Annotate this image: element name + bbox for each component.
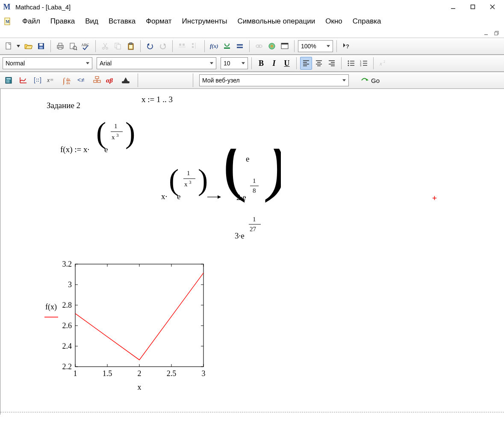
graph-toolbar-button[interactable] [17,74,29,87]
fx-definition-region[interactable]: f(x) := x· ( ) e 1 x 3 [60,119,146,168]
font-size-value: 10 [224,60,230,67]
svg-rect-35 [192,43,194,45]
bold-button[interactable]: B [255,57,267,70]
calculator-toolbar-button[interactable] [3,74,15,87]
font-select[interactable]: Arial [97,57,216,69]
separator-icon [251,57,252,69]
hyperlink-button[interactable] [253,40,265,53]
svg-rect-32 [179,44,181,46]
plot-chart: 11.522.532.22.42.62.833.2xf(x) [41,260,212,392]
svg-text:∫: ∫ [63,76,65,85]
menu-insert[interactable]: Вставка [103,15,141,27]
align-left-button[interactable] [300,57,312,70]
open-button[interactable] [22,40,34,53]
greek-toolbar-button[interactable]: αβ [105,74,117,87]
minimize-button[interactable] [443,0,463,13]
svg-text:1: 1 [253,177,256,184]
insert-function-button[interactable]: f(x) [208,40,220,53]
plot-region[interactable]: 11.522.532.22.42.62.833.2xf(x) [41,260,212,392]
svg-rect-47 [281,43,288,44]
numbered-list-button[interactable]: 123 [358,57,370,70]
separator-icon [95,40,96,52]
italic-button[interactable]: I [268,57,280,70]
symbolic-toolbar-button[interactable] [120,74,132,87]
menu-window[interactable]: Окно [320,15,348,27]
redo-button[interactable] [157,40,169,53]
mdi-controls [0,29,504,38]
x-range-region[interactable]: x := 1 .. 3 [141,95,173,104]
svg-text:f(x): f(x) [45,303,57,312]
calculate-button[interactable] [234,40,246,53]
menu-symbolics[interactable]: Символьные операции [233,15,321,27]
svg-text:f(x) := x·: f(x) := x· [60,145,89,154]
bullet-list-button[interactable] [345,57,357,70]
svg-text:2.4: 2.4 [62,342,72,350]
menu-file[interactable]: Файл [17,15,45,27]
menu-view[interactable]: Вид [80,15,103,27]
undo-button[interactable] [144,40,156,53]
superscript-button[interactable]: x2 [377,57,389,70]
menu-help[interactable]: Справка [348,15,386,27]
style-value: Normal [6,60,25,67]
evaluation-toolbar-button[interactable]: x= [46,74,59,87]
svg-text:αβ: αβ [106,77,113,84]
svg-text:M: M [6,19,10,24]
boolean-toolbar-button[interactable]: <≠ [76,74,88,87]
style-select[interactable]: Normal [3,57,92,69]
align-down-button[interactable] [189,40,201,53]
svg-text:1: 1 [74,369,77,378]
svg-text:2·e: 2·e [236,193,246,202]
matrix-toolbar-button[interactable]: [] [32,74,44,87]
component-button[interactable] [266,40,278,53]
menu-edit[interactable]: Правка [45,15,80,27]
underline-button[interactable]: U [281,57,293,70]
paste-button[interactable] [125,40,137,53]
svg-rect-131 [75,264,203,367]
svg-text:(: ( [169,163,179,196]
save-button[interactable] [35,40,47,53]
align-regions-button[interactable] [176,40,188,53]
app-icon: M [2,2,12,12]
zoom-select[interactable]: 100% [298,40,333,52]
calculus-toolbar-button[interactable]: ∫dydx [62,74,74,87]
new-dropdown-button[interactable] [15,40,21,53]
go-label: Go [371,77,380,84]
svg-rect-12 [39,44,43,46]
programming-toolbar-button[interactable] [91,74,103,87]
fullscreen-button[interactable] [279,40,291,53]
spellcheck-button[interactable]: ABC [80,40,92,53]
mdi-minimize-button[interactable] [483,29,490,37]
print-preview-button[interactable] [67,40,79,53]
svg-rect-8 [495,32,498,35]
copy-button[interactable] [112,40,124,53]
mdi-restore-button[interactable] [493,29,501,37]
svg-rect-29 [129,45,133,49]
formatting-toolbar: Normal Arial 10 B I U 123 x2 [0,55,504,72]
svg-text:3: 3 [202,369,206,378]
menu-tools[interactable]: Инструменты [177,15,233,27]
standard-toolbar: ABC f(x) 100% ? [0,38,504,55]
align-center-button[interactable] [313,57,325,70]
menu-format[interactable]: Формат [141,15,177,27]
separator-icon [296,57,297,69]
print-button[interactable] [54,40,66,53]
svg-text:[: [ [34,76,35,83]
new-button[interactable] [3,40,15,53]
symbolic-eval-region[interactable]: x· ( ) e 1 x 3 ( ) e 2·e 1 8 3·e 1 27 [161,149,281,253]
maximize-button[interactable] [463,0,483,13]
insert-unit-button[interactable] [221,40,233,53]
help-context-button[interactable]: ? [340,40,352,53]
web-address-select[interactable]: Мой веб-узел [199,74,349,86]
svg-text:): ) [263,149,281,203]
svg-point-45 [271,45,273,47]
close-button[interactable] [483,0,502,13]
task-title-region[interactable]: Задание 2 [47,101,80,110]
go-button[interactable]: Go [358,74,382,87]
cut-button[interactable] [99,40,111,53]
worksheet[interactable]: Задание 2 x := 1 .. 3 f(x) := x· ( ) e 1… [0,89,504,415]
font-size-select[interactable]: 10 [221,57,248,69]
svg-text:2: 2 [383,60,385,64]
svg-point-84 [38,79,39,79]
align-right-button[interactable] [326,57,338,70]
svg-point-66 [348,65,349,66]
